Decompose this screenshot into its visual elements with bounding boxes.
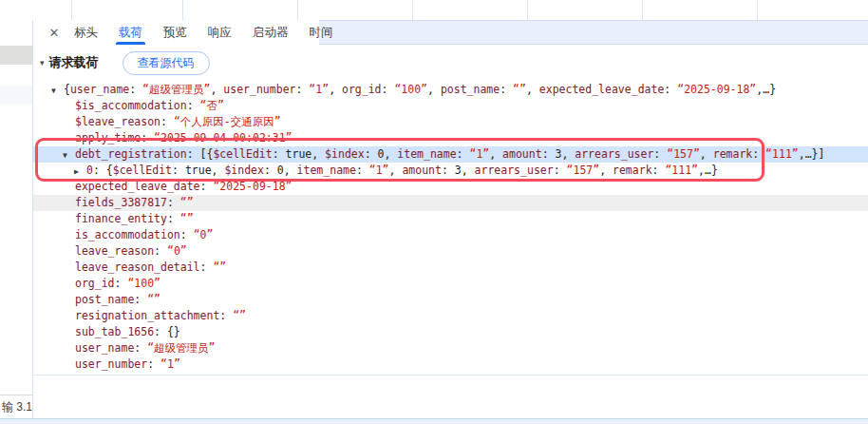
json-key: item_name — [397, 147, 456, 161]
column-divider — [297, 0, 298, 20]
json-key: resignation_attachment — [75, 309, 219, 322]
json-string-value: “111” — [765, 147, 799, 161]
json-punctuation: ,…} — [756, 83, 776, 96]
json-punctuation: : — [160, 115, 174, 128]
column-divider — [71, 0, 72, 20]
request-payload-header: ▾ 请求载荷 查看源代码 — [33, 50, 210, 75]
json-punctuation: : true, — [273, 147, 325, 161]
tree-row[interactable]: $leave_reason: “个人原因-交通原因” — [33, 114, 868, 130]
tree-row[interactable]: ▼debt_registration: [{$cellEdit: true, $… — [33, 146, 868, 163]
tree-row[interactable]: fields_3387817: “” — [33, 195, 868, 211]
json-punctuation: , — [389, 164, 403, 177]
tree-row[interactable]: org_id: “100” — [33, 276, 868, 292]
json-punctuation: , — [427, 83, 441, 96]
json-key: user_name — [75, 341, 134, 355]
tree-row[interactable]: resignation_attachment: “” — [33, 308, 868, 324]
view-source-button[interactable]: 查看源代码 — [123, 51, 210, 75]
section-title: 请求载荷 — [49, 54, 99, 71]
json-string-value: “100” — [394, 83, 427, 96]
section-collapse-triangle-icon[interactable]: ▾ — [40, 58, 45, 67]
tab-timing[interactable]: 时间 — [299, 20, 344, 45]
tab-response[interactable]: 响应 — [198, 20, 242, 45]
json-key: amount — [402, 164, 442, 177]
json-punctuation: : — [296, 83, 310, 96]
json-key: user_number — [223, 83, 295, 96]
tree-row[interactable]: sub_tab_1656: {} — [33, 324, 868, 340]
disclosure-triangle-icon[interactable]: ▶ — [74, 164, 86, 179]
tab-headers[interactable]: 标头 — [64, 20, 108, 45]
disclosure-triangle-icon[interactable]: ▼ — [51, 83, 64, 98]
json-punctuation: : — [664, 83, 677, 96]
json-punctuation: : — [200, 260, 214, 274]
payload-panel: ▾ 请求载荷 查看源代码 ▼{user_name: “超级管理员”, user_… — [33, 45, 868, 375]
disclosure-triangle-icon[interactable]: ▼ — [63, 147, 75, 163]
json-punctuation: ,…} — [698, 164, 718, 177]
json-punctuation: : true, — [172, 164, 224, 177]
json-key: post_name — [75, 293, 134, 306]
json-string-value: “2025-09-18” — [213, 180, 292, 193]
json-punctuation: : — [129, 83, 142, 96]
json-punctuation: : — [147, 357, 160, 371]
json-string-value: “” — [147, 293, 160, 306]
detail-tab-bar: ✕ 标头载荷预览响应启动器时间 — [33, 20, 868, 45]
json-string-value: “1” — [160, 357, 180, 371]
json-punctuation: : { — [93, 164, 113, 177]
json-key: $index — [224, 164, 264, 177]
json-string-value: “个人原因-交通原因” — [174, 115, 281, 128]
json-punctuation: : 0, — [264, 164, 297, 177]
json-punctuation: : — [200, 180, 214, 193]
json-string-value: “2025-09-18” — [677, 83, 756, 96]
json-string-value: “否” — [200, 99, 224, 112]
json-punctuation: : — [167, 212, 180, 225]
tree-row[interactable]: ▼{user_name: “超级管理员”, user_number: “1”, … — [33, 82, 868, 98]
request-list-strip: 输 3.1 — [0, 20, 32, 418]
json-key: amount — [502, 147, 542, 161]
json-key: org_id — [75, 277, 115, 290]
tree-row[interactable]: is_accommodation: “0” — [33, 227, 868, 243]
tree-row[interactable]: user_name: “超级管理员” — [33, 340, 868, 357]
transfer-size-text: 输 3.1 — [2, 399, 32, 415]
json-string-value: “超级管理员” — [147, 341, 215, 355]
tab-initiator[interactable]: 启动器 — [242, 20, 299, 45]
column-divider — [527, 0, 528, 20]
json-punctuation: , — [489, 147, 502, 161]
json-string-value: “超级管理员” — [142, 83, 210, 96]
tree-row[interactable]: apply_time: “2025-09-04 00:02:31” — [33, 130, 868, 146]
json-string-value: “” — [180, 196, 194, 209]
tab-preview[interactable]: 预览 — [153, 20, 198, 45]
json-key: remark — [713, 147, 753, 161]
panel-bottom-divider — [33, 375, 868, 376]
tree-row[interactable]: ▶0: {$cellEdit: true, $index: 0, item_na… — [33, 163, 868, 179]
close-icon[interactable]: ✕ — [45, 26, 64, 40]
json-punctuation: : 3, — [442, 164, 475, 177]
json-string-value: “” — [513, 83, 526, 96]
json-punctuation: : — [752, 147, 765, 161]
json-punctuation: : — [141, 131, 154, 145]
json-punctuation: : — [554, 164, 567, 177]
json-punctuation: , — [599, 164, 613, 177]
json-punctuation: : — [187, 99, 200, 112]
tree-row[interactable]: finance_entity: “” — [33, 211, 868, 227]
tree-row[interactable]: user_number: “1” — [33, 357, 868, 373]
request-row-fragment — [0, 46, 32, 65]
json-punctuation: : — [652, 164, 666, 177]
json-string-value: “” — [180, 212, 194, 225]
json-key: leave_reason — [75, 244, 154, 258]
tree-row[interactable]: leave_reason: “0” — [33, 243, 868, 260]
tree-row[interactable]: leave_reason_detail: “” — [33, 260, 868, 276]
json-key: item_name — [297, 164, 356, 177]
tree-row[interactable]: $is_accommodation: “否” — [33, 98, 868, 114]
column-divider — [412, 0, 413, 20]
json-punctuation: : — [134, 293, 147, 306]
tree-row[interactable]: expected_leave_date: “2025-09-18” — [33, 179, 868, 195]
column-divider — [182, 0, 183, 20]
json-punctuation: : — [154, 244, 167, 258]
tab-payload[interactable]: 载荷 — [108, 20, 153, 45]
json-key: arrears_user — [575, 147, 653, 161]
json-string-value: “157” — [567, 164, 600, 177]
json-key: sub_tab_1656 — [75, 325, 154, 338]
json-string-value: “1” — [309, 83, 329, 96]
json-key: $leave_reason — [75, 115, 160, 128]
json-string-value: “2025-09-04 00:02:31” — [154, 131, 292, 145]
tree-row[interactable]: post_name: “” — [33, 292, 868, 308]
